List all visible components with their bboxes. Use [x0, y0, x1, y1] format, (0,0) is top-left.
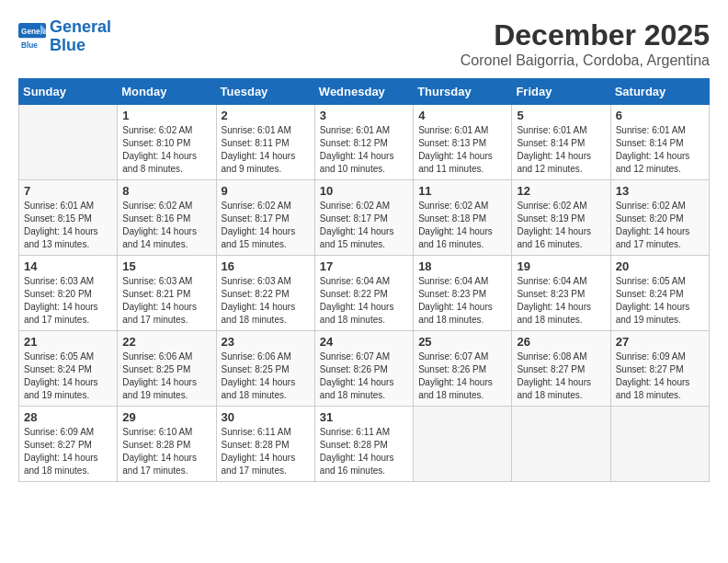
day-number: 22	[122, 335, 210, 349]
header-friday: Friday	[512, 79, 610, 105]
day-number: 6	[616, 109, 704, 122]
header: General Blue General Blue December 2025 …	[18, 18, 710, 69]
day-info: Sunrise: 6:02 AMSunset: 8:10 PMDaylight:…	[122, 124, 210, 176]
day-number: 20	[616, 259, 704, 273]
calendar-subtitle: Coronel Baigorria, Cordoba, Argentina	[461, 52, 710, 69]
calendar-table: Sunday Monday Tuesday Wednesday Thursday…	[18, 78, 710, 482]
calendar-cell: 27Sunrise: 6:09 AMSunset: 8:27 PMDayligh…	[610, 331, 709, 407]
calendar-cell: 28Sunrise: 6:09 AMSunset: 8:27 PMDayligh…	[19, 407, 118, 482]
day-number: 19	[517, 259, 605, 273]
calendar-cell: 22Sunrise: 6:06 AMSunset: 8:25 PMDayligh…	[118, 331, 216, 407]
day-info: Sunrise: 6:03 AMSunset: 8:21 PMDaylight:…	[122, 275, 210, 327]
day-number: 8	[122, 184, 210, 198]
weekday-header-row: Sunday Monday Tuesday Wednesday Thursday…	[19, 79, 710, 105]
calendar-cell: 31Sunrise: 6:11 AMSunset: 8:28 PMDayligh…	[314, 407, 413, 482]
calendar-cell: 26Sunrise: 6:08 AMSunset: 8:27 PMDayligh…	[512, 331, 610, 407]
day-number: 23	[222, 335, 310, 349]
day-info: Sunrise: 6:05 AMSunset: 8:24 PMDaylight:…	[24, 350, 112, 402]
day-number: 18	[418, 259, 506, 273]
calendar-cell: 30Sunrise: 6:11 AMSunset: 8:28 PMDayligh…	[216, 407, 314, 482]
day-number: 21	[24, 335, 112, 349]
calendar-cell: 6Sunrise: 6:01 AMSunset: 8:14 PMDaylight…	[610, 105, 709, 180]
day-info: Sunrise: 6:01 AMSunset: 8:11 PMDaylight:…	[222, 124, 310, 176]
calendar-cell: 13Sunrise: 6:02 AMSunset: 8:20 PMDayligh…	[610, 180, 709, 256]
day-info: Sunrise: 6:05 AMSunset: 8:24 PMDaylight:…	[616, 275, 704, 327]
day-number: 31	[320, 410, 408, 424]
calendar-cell	[512, 407, 610, 482]
day-number: 5	[517, 109, 605, 122]
day-number: 27	[616, 335, 704, 349]
calendar-cell: 25Sunrise: 6:07 AMSunset: 8:26 PMDayligh…	[414, 331, 512, 407]
day-number: 16	[222, 259, 310, 273]
day-info: Sunrise: 6:10 AMSunset: 8:28 PMDaylight:…	[122, 426, 210, 477]
header-monday: Monday	[118, 79, 216, 105]
day-info: Sunrise: 6:06 AMSunset: 8:25 PMDaylight:…	[222, 350, 310, 402]
day-number: 24	[320, 335, 408, 349]
day-info: Sunrise: 6:11 AMSunset: 8:28 PMDaylight:…	[222, 426, 310, 477]
day-info: Sunrise: 6:07 AMSunset: 8:26 PMDaylight:…	[418, 350, 506, 402]
day-info: Sunrise: 6:07 AMSunset: 8:26 PMDaylight:…	[320, 350, 408, 402]
header-sunday: Sunday	[19, 79, 118, 105]
day-number: 12	[517, 184, 605, 198]
calendar-cell: 20Sunrise: 6:05 AMSunset: 8:24 PMDayligh…	[610, 256, 709, 331]
calendar-cell: 11Sunrise: 6:02 AMSunset: 8:18 PMDayligh…	[414, 180, 512, 256]
calendar-cell: 21Sunrise: 6:05 AMSunset: 8:24 PMDayligh…	[19, 331, 118, 407]
day-info: Sunrise: 6:04 AMSunset: 8:23 PMDaylight:…	[418, 275, 506, 327]
day-info: Sunrise: 6:01 AMSunset: 8:12 PMDaylight:…	[320, 124, 408, 176]
day-number: 7	[24, 184, 112, 198]
day-number: 2	[222, 109, 310, 122]
calendar-cell: 8Sunrise: 6:02 AMSunset: 8:16 PMDaylight…	[118, 180, 216, 256]
day-info: Sunrise: 6:02 AMSunset: 8:16 PMDaylight:…	[122, 200, 210, 251]
day-info: Sunrise: 6:01 AMSunset: 8:14 PMDaylight:…	[616, 124, 704, 176]
day-number: 13	[616, 184, 704, 198]
calendar-cell: 29Sunrise: 6:10 AMSunset: 8:28 PMDayligh…	[118, 407, 216, 482]
week-row-2: 7Sunrise: 6:01 AMSunset: 8:15 PMDaylight…	[19, 180, 710, 256]
calendar-cell: 10Sunrise: 6:02 AMSunset: 8:17 PMDayligh…	[314, 180, 413, 256]
day-number: 11	[418, 184, 506, 198]
header-wednesday: Wednesday	[314, 79, 413, 105]
day-number: 28	[24, 410, 112, 424]
day-info: Sunrise: 6:02 AMSunset: 8:19 PMDaylight:…	[517, 200, 605, 251]
day-info: Sunrise: 6:01 AMSunset: 8:15 PMDaylight:…	[24, 200, 112, 251]
calendar-cell: 5Sunrise: 6:01 AMSunset: 8:14 PMDaylight…	[512, 105, 610, 180]
day-number: 1	[122, 109, 210, 122]
week-row-4: 21Sunrise: 6:05 AMSunset: 8:24 PMDayligh…	[19, 331, 710, 407]
day-number: 15	[122, 259, 210, 273]
header-tuesday: Tuesday	[216, 79, 314, 105]
calendar-cell: 19Sunrise: 6:04 AMSunset: 8:23 PMDayligh…	[512, 256, 610, 331]
day-number: 29	[122, 410, 210, 424]
calendar-cell: 14Sunrise: 6:03 AMSunset: 8:20 PMDayligh…	[19, 256, 118, 331]
week-row-1: 1Sunrise: 6:02 AMSunset: 8:10 PMDaylight…	[19, 105, 710, 180]
day-info: Sunrise: 6:02 AMSunset: 8:17 PMDaylight:…	[320, 200, 408, 251]
day-number: 30	[222, 410, 310, 424]
calendar-cell	[610, 407, 709, 482]
day-info: Sunrise: 6:04 AMSunset: 8:22 PMDaylight:…	[320, 275, 408, 327]
day-number: 3	[320, 109, 408, 122]
calendar-cell	[19, 105, 118, 180]
calendar-cell: 17Sunrise: 6:04 AMSunset: 8:22 PMDayligh…	[314, 256, 413, 331]
logo-icon: General Blue	[18, 23, 46, 51]
calendar-cell: 3Sunrise: 6:01 AMSunset: 8:12 PMDaylight…	[314, 105, 413, 180]
calendar-cell: 24Sunrise: 6:07 AMSunset: 8:26 PMDayligh…	[314, 331, 413, 407]
day-number: 26	[517, 335, 605, 349]
calendar-cell: 4Sunrise: 6:01 AMSunset: 8:13 PMDaylight…	[414, 105, 512, 180]
day-number: 10	[320, 184, 408, 198]
calendar-cell: 9Sunrise: 6:02 AMSunset: 8:17 PMDaylight…	[216, 180, 314, 256]
day-number: 25	[418, 335, 506, 349]
day-info: Sunrise: 6:04 AMSunset: 8:23 PMDaylight:…	[517, 275, 605, 327]
calendar-cell: 16Sunrise: 6:03 AMSunset: 8:22 PMDayligh…	[216, 256, 314, 331]
day-info: Sunrise: 6:03 AMSunset: 8:22 PMDaylight:…	[222, 275, 310, 327]
day-info: Sunrise: 6:01 AMSunset: 8:13 PMDaylight:…	[418, 124, 506, 176]
calendar-cell: 2Sunrise: 6:01 AMSunset: 8:11 PMDaylight…	[216, 105, 314, 180]
day-info: Sunrise: 6:09 AMSunset: 8:27 PMDaylight:…	[24, 426, 112, 477]
day-info: Sunrise: 6:02 AMSunset: 8:18 PMDaylight:…	[418, 200, 506, 251]
calendar-cell: 18Sunrise: 6:04 AMSunset: 8:23 PMDayligh…	[414, 256, 512, 331]
title-area: December 2025 Coronel Baigorria, Cordoba…	[461, 18, 710, 69]
day-number: 17	[320, 259, 408, 273]
logo: General Blue General Blue	[18, 18, 111, 55]
week-row-3: 14Sunrise: 6:03 AMSunset: 8:20 PMDayligh…	[19, 256, 710, 331]
day-info: Sunrise: 6:03 AMSunset: 8:20 PMDaylight:…	[24, 275, 112, 327]
day-info: Sunrise: 6:06 AMSunset: 8:25 PMDaylight:…	[122, 350, 210, 402]
header-thursday: Thursday	[414, 79, 512, 105]
calendar-cell: 23Sunrise: 6:06 AMSunset: 8:25 PMDayligh…	[216, 331, 314, 407]
